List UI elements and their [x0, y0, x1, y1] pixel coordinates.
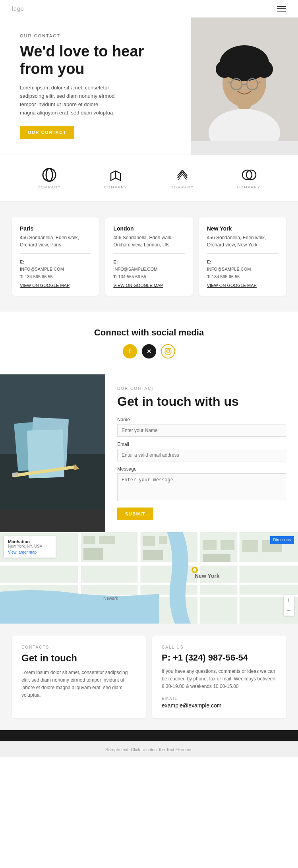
logo-label-3: COMPANY	[170, 185, 194, 189]
svg-point-30	[169, 349, 170, 350]
svg-text:New York: New York	[195, 573, 220, 579]
email-section-label: EMAIL	[162, 696, 277, 701]
email-label-paris: E:	[20, 260, 24, 264]
email-paris: INFO@SAMPLE.COM	[20, 267, 64, 271]
email-label-london: E:	[113, 260, 118, 264]
logo-label-2: COMPANY	[104, 185, 128, 189]
email-field-group: Email	[117, 442, 286, 461]
hero-cta-button[interactable]: OUR CONTACT	[20, 126, 74, 139]
facebook-icon[interactable]: f	[123, 344, 137, 358]
svg-point-29	[166, 350, 170, 353]
name-field-group: Name	[117, 417, 286, 437]
svg-point-11	[240, 56, 249, 65]
bottom-tag-left: CONTACTS	[21, 645, 136, 649]
logo-label-4: COMPANY	[237, 185, 261, 189]
svg-rect-54	[221, 540, 234, 550]
office-city-paris: Paris	[20, 225, 91, 232]
bottom-contact-section: CONTACTS Get in touch Lorem ipsum dolor …	[0, 624, 298, 730]
email-label: Email	[117, 442, 286, 447]
map-location: Manhattan	[8, 539, 52, 544]
hero-title: We'd love to hear from you	[20, 43, 179, 78]
submit-button[interactable]: SUBMIT	[117, 508, 153, 520]
email-london: INFO@SAMPLE.COM	[113, 267, 157, 271]
message-textarea[interactable]	[117, 473, 286, 501]
hamburger-menu[interactable]	[277, 6, 286, 12]
logo-icon-4	[241, 167, 257, 183]
map-section: New York Newark Manhattan New York, NY, …	[0, 532, 298, 624]
logo: logo	[12, 6, 24, 12]
hero-tag: OUR CONTACT	[20, 33, 179, 38]
logos-section: COMPANY COMPANY COMPANY COMPANY	[0, 155, 298, 202]
phone-number: P: +1 (324) 987-56-54	[162, 653, 277, 663]
svg-rect-55	[203, 554, 230, 562]
logo-item-1: COMPANY	[37, 167, 61, 189]
phone-newyork: 134 565 66 55	[212, 274, 240, 279]
phone-label-paris: T:	[20, 274, 23, 279]
email-input[interactable]	[117, 449, 286, 461]
svg-rect-28	[165, 348, 171, 354]
map-directions-button[interactable]: Directions	[270, 536, 294, 544]
footer-sample-bar[interactable]: Sample text. Click to select the Text El…	[0, 741, 298, 757]
logo-item-2: COMPANY	[104, 167, 128, 189]
logo-label-1: COMPANY	[37, 185, 61, 189]
bottom-tag-right: CALL US	[162, 645, 277, 649]
social-icons: f ✕	[12, 344, 286, 358]
hero-image	[191, 17, 298, 155]
footer-sample-text: Sample text. Click to select the Text El…	[105, 747, 193, 752]
svg-rect-50	[143, 536, 155, 546]
form-decoration	[0, 374, 105, 510]
email-address: example@example.com	[162, 702, 277, 709]
map-view-larger[interactable]: View larger map	[8, 550, 37, 554]
form-tag: OUR CONTACT	[117, 386, 286, 391]
hero-section: OUR CONTACT We'd love to hear from you L…	[0, 17, 298, 155]
svg-point-18	[46, 169, 52, 181]
map-link-paris[interactable]: VIEW ON GOOGLE MAP	[20, 283, 91, 288]
logo-icon-2	[108, 167, 124, 183]
office-card-newyork: New York 456 Sondanella, Eden walk, Orch…	[199, 217, 286, 296]
bottom-card-contacts: CONTACTS Get in touch Lorem ipsum dolor …	[12, 636, 146, 718]
svg-rect-49	[83, 548, 103, 560]
message-label: Message	[117, 466, 286, 472]
logo-icon-1	[41, 167, 57, 183]
email-newyork: INFO@SAMPLE.COM	[207, 267, 251, 271]
name-input[interactable]	[117, 424, 286, 437]
map-link-newyork[interactable]: VIEW ON GOOGLE MAP	[207, 283, 278, 288]
zoom-in-button[interactable]: +	[284, 595, 294, 605]
map-link-london[interactable]: VIEW ON GOOGLE MAP	[113, 283, 184, 288]
office-address-london: 456 Sondanella, Eden walk, Orchard view,…	[113, 234, 184, 248]
svg-rect-47	[83, 536, 95, 544]
map-zoom-controls: + −	[284, 595, 294, 616]
office-card-london: London 456 Sondanella, Eden walk, Orchar…	[105, 217, 192, 296]
message-field-group: Message	[117, 466, 286, 503]
office-contact-paris: E: INFO@SAMPLE.COM T: 134 565 66 55	[20, 258, 91, 281]
svg-point-17	[43, 169, 56, 181]
bottom-desc-left: Lorem ipsum dolor sit amet, consetetur s…	[21, 669, 136, 699]
map-sub: New York, NY, USA	[8, 544, 52, 548]
logo-item-3: COMPANY	[170, 167, 194, 189]
phone-label-london: T:	[113, 274, 117, 279]
phone-label-newyork: T:	[207, 274, 211, 279]
zoom-out-button[interactable]: −	[284, 605, 294, 616]
form-title: Get in touch with us	[117, 394, 286, 409]
office-contact-newyork: E: INFO@SAMPLE.COM T: 134 565 66 55	[207, 258, 278, 281]
instagram-icon[interactable]	[161, 344, 175, 358]
hero-left: OUR CONTACT We'd love to hear from you L…	[0, 17, 191, 155]
form-right: OUR CONTACT Get in touch with us Name Em…	[105, 374, 298, 532]
logo-item-4: COMPANY	[237, 167, 261, 189]
contact-form-section: OUR CONTACT Get in touch with us Name Em…	[0, 374, 298, 532]
office-card-paris: Paris 456 Sondanella, Eden walk, Orchard…	[12, 217, 99, 296]
logo-icon-3	[174, 167, 190, 183]
footer	[0, 730, 298, 741]
bottom-desc-right: If you have any questions, comments or i…	[162, 668, 277, 691]
twitter-x-icon[interactable]: ✕	[142, 344, 156, 358]
office-address-paris: 456 Sondanella, Eden walk, Orchard view,…	[20, 234, 91, 248]
email-label-newyork: E:	[207, 260, 211, 264]
offices-section: Paris 456 Sondanella, Eden walk, Orchard…	[0, 202, 298, 312]
svg-point-61	[193, 568, 196, 572]
phone-london: 134 565 66 55	[118, 274, 146, 279]
office-contact-london: E: INFO@SAMPLE.COM T: 134 565 66 55	[113, 258, 184, 281]
svg-rect-53	[203, 540, 217, 550]
office-city-newyork: New York	[207, 225, 278, 232]
office-city-london: London	[113, 225, 184, 232]
svg-rect-56	[242, 540, 258, 552]
